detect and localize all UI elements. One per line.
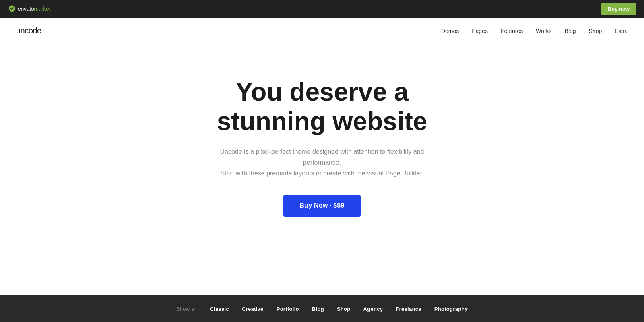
envato-leaf-icon: [8, 5, 16, 13]
envato-logo-text: envatomarket: [18, 6, 50, 12]
filter-bar: Show all Classic Creative Portfolio Blog…: [0, 295, 644, 322]
filter-freelance[interactable]: Freelance: [396, 306, 421, 312]
nav-item-shop[interactable]: Shop: [589, 27, 602, 35]
nav-item-demos[interactable]: Demos: [441, 27, 459, 35]
nav-item-works[interactable]: Works: [536, 27, 551, 35]
filter-show-all[interactable]: Show all: [176, 306, 197, 312]
top-bar: envatomarket Buy now: [0, 0, 644, 18]
filter-creative[interactable]: Creative: [242, 306, 264, 312]
hero-subtitle: Uncode is a pixel-perfect theme designed…: [209, 146, 435, 179]
hero-cta-button[interactable]: Buy Now · $59: [283, 195, 360, 217]
nav-link-works[interactable]: Works: [536, 28, 551, 34]
site-logo: uncode: [16, 26, 41, 35]
nav-link-blog[interactable]: Blog: [565, 28, 576, 34]
hero-title: You deserve a stunning website: [217, 77, 427, 136]
nav-link-demos[interactable]: Demos: [441, 28, 459, 34]
nav-item-pages[interactable]: Pages: [472, 27, 488, 35]
nav-link-pages[interactable]: Pages: [472, 28, 488, 34]
nav-links: Demos Pages Features Works Blog Shop Ext…: [441, 27, 628, 35]
filter-portfolio[interactable]: Portfolio: [277, 306, 299, 312]
filter-agency[interactable]: Agency: [363, 306, 383, 312]
nav-item-features[interactable]: Features: [501, 27, 523, 35]
nav-link-features[interactable]: Features: [501, 28, 523, 34]
nav-link-shop[interactable]: Shop: [589, 28, 602, 34]
filter-shop[interactable]: Shop: [337, 306, 351, 312]
nav-link-extra[interactable]: Extra: [615, 28, 628, 34]
nav-item-blog[interactable]: Blog: [565, 27, 576, 35]
hero-section: You deserve a stunning website Uncode is…: [0, 44, 644, 242]
filter-classic[interactable]: Classic: [210, 306, 229, 312]
envato-logo: envatomarket: [8, 5, 50, 13]
nav-item-extra[interactable]: Extra: [615, 27, 628, 35]
filter-blog[interactable]: Blog: [312, 306, 324, 312]
buy-now-top-button[interactable]: Buy now: [601, 3, 636, 15]
main-nav: uncode Demos Pages Features Works Blog S…: [0, 18, 644, 44]
filter-photography[interactable]: Photography: [434, 306, 468, 312]
